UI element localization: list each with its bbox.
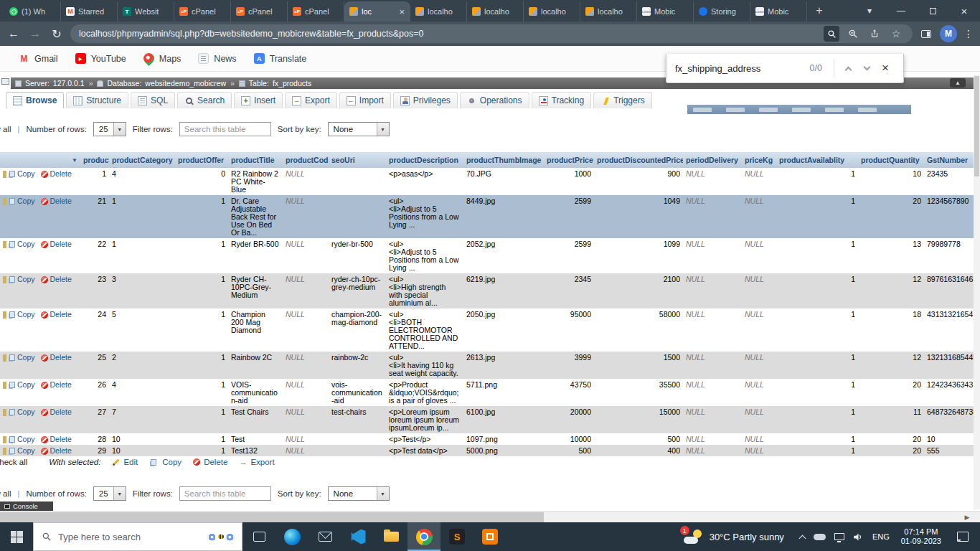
column-options-icon[interactable]: ▼ [72,157,77,164]
row-delete-link[interactable]: Delete [50,275,72,283]
sort-by-key-select[interactable]: None ▼ [328,486,390,501]
row-copy-link[interactable]: Copy [17,310,35,319]
breadcrumb-server[interactable]: 127.0.0.1 [53,79,85,88]
side-panel-icon[interactable] [918,26,934,42]
row-delete-link[interactable]: Delete [50,353,72,362]
edit-selected-button[interactable]: Edit [112,458,138,466]
horizontal-scrollbar[interactable]: ▶ [0,511,980,522]
bookmark-item[interactable]: YouTube [75,53,126,64]
horizontal-scrollbar-thumb[interactable] [0,512,544,522]
check-all-toggle[interactable]: Check all [0,458,27,466]
row-delete-link[interactable]: Delete [50,408,72,416]
row-delete-link[interactable]: Delete [50,380,72,389]
tab-search-icon[interactable]: ▾ [854,0,885,22]
copy-selected-button[interactable]: Copy [149,458,182,466]
pma-tab-search[interactable]: Search [177,92,232,108]
table-row[interactable]: CopyDelete28101TestNULL<p>Test</p>1097.p… [0,433,980,445]
row-copy-link[interactable]: Copy [17,197,35,205]
task-view-button[interactable] [242,522,275,551]
breadcrumb-database[interactable]: websitedemo_mobicrew [145,79,226,88]
delete-selected-button[interactable]: Delete [193,458,227,466]
show-all-toggle[interactable]: Show all [0,489,11,498]
browser-tab[interactable]: loc× [344,1,410,22]
file-explorer-button[interactable] [374,522,407,551]
export-selected-button[interactable]: → Export [239,458,274,466]
browser-tab[interactable]: cPanel [174,1,231,22]
browser-tab[interactable]: Websit [118,1,174,22]
scroll-right-arrow-icon[interactable]: ▶ [961,512,973,522]
column-header-productDiscountedPrice[interactable]: productDiscountedPrice [594,152,683,168]
column-header-productCode[interactable]: productCode [283,152,329,168]
row-delete-link[interactable]: Delete [50,240,72,248]
url-text[interactable]: localhost/phpmyadmin/sql.php?db=websited… [79,29,818,39]
pma-tab-privileges[interactable]: Privileges [393,92,458,108]
column-header-productCategory[interactable]: productCategory [109,152,175,168]
breadcrumb-table-label[interactable]: Table: [249,79,269,88]
browser-tab[interactable]: cPanel [231,1,288,22]
row-copy-link[interactable]: Copy [17,380,35,389]
browser-tab[interactable]: Mobic [750,1,807,22]
orange-app-button[interactable] [473,522,507,551]
new-tab-button[interactable]: + [810,1,829,20]
dark-s-app-button[interactable] [440,522,473,551]
language-indicator[interactable]: ENG [872,532,890,541]
console-toggle[interactable]: Console [0,501,53,511]
bookmark-item[interactable]: Translate [254,53,307,64]
vertical-scrollbar-thumb[interactable] [974,76,979,176]
tray-expand-icon[interactable] [798,534,806,542]
find-extension-icon[interactable] [824,26,839,42]
edge-app-button[interactable] [275,522,308,551]
pma-tab-export[interactable]: Export [285,92,337,108]
address-bar[interactable]: localhost/phpmyadmin/sql.php?db=websited… [70,24,913,43]
maximize-button[interactable] [917,0,948,22]
browser-tab[interactable]: localho [467,1,524,22]
tab-close-icon[interactable]: × [398,6,405,17]
pma-tab-triggers[interactable]: Triggers [593,92,652,108]
mail-app-button[interactable] [308,522,341,551]
column-header-priceKg[interactable]: priceKg [742,152,776,168]
pma-tab-sql[interactable]: SQL [131,92,175,108]
browser-tab[interactable]: localho [524,1,580,22]
column-header-productQuantity[interactable]: productQuantity [858,152,924,168]
browser-tab[interactable]: Storing [694,1,750,22]
column-header-productID[interactable]: productID [80,152,109,168]
pma-tab-import[interactable]: Import [339,92,391,108]
pma-tab-operations[interactable]: Operations [460,92,529,108]
browser-tab[interactable]: Starred [61,1,118,22]
pma-tab-tracking[interactable]: Tracking [532,92,592,108]
table-row[interactable]: CopyDelete2211Ryder BR-500NULLryder-br-5… [0,238,980,273]
browser-tab[interactable]: (1) Wh [4,1,61,22]
table-row[interactable]: CopyDelete2771Test ChairsNULLtest-chairs… [0,406,980,433]
row-delete-link[interactable]: Delete [50,435,72,443]
find-input[interactable]: fx_shipping_address [675,63,810,74]
column-header-productTitle[interactable]: productTitle [228,152,283,168]
chrome-app-button[interactable] [407,522,440,551]
close-button[interactable]: × [948,0,980,22]
forward-icon[interactable]: → [27,27,43,40]
row-delete-link[interactable]: Delete [50,169,72,178]
share-icon[interactable] [867,26,882,42]
rows-count-select[interactable]: 25 ▼ [93,486,126,501]
zoom-icon[interactable] [845,26,861,42]
row-delete-link[interactable]: Delete [50,446,72,455]
row-copy-link[interactable]: Copy [17,240,35,248]
bookmark-item[interactable]: Gmail [19,53,58,64]
pma-tab-browse[interactable]: Browse [6,92,64,108]
menu-icon[interactable]: ⋮ [963,28,974,39]
bookmark-item[interactable]: Maps [143,53,182,64]
row-copy-link[interactable]: Copy [17,446,35,455]
start-button[interactable] [0,522,33,551]
breadcrumb-database-label[interactable]: Database: [107,79,141,88]
weather-widget[interactable]: 1 30°C Partly sunny [675,522,793,551]
refresh-icon[interactable]: ↻ [49,27,65,41]
minimize-button[interactable]: — [885,0,917,22]
rows-count-select[interactable]: 25 ▼ [93,122,126,136]
column-header-productDescription[interactable]: productDescription [386,152,463,168]
breadcrumb-table[interactable]: fx_products [273,79,311,88]
pma-tab-structure[interactable]: Structure [66,92,128,108]
browser-tab[interactable]: Mobic [637,1,694,22]
onedrive-icon[interactable] [814,534,826,540]
scroll-top-button[interactable]: ▲ [950,78,966,88]
sort-by-key-select[interactable]: None ▼ [328,122,390,136]
row-copy-link[interactable]: Copy [17,169,35,178]
